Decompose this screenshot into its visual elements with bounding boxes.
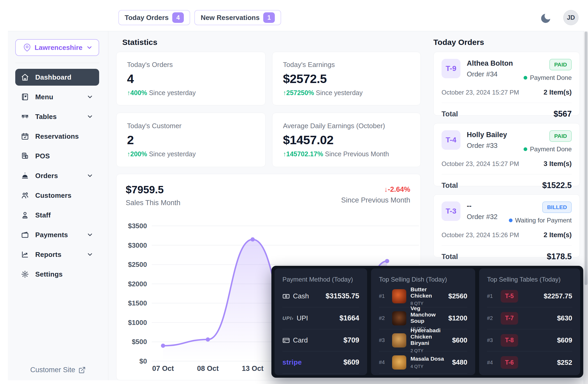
stat-delta-pct: 400% bbox=[130, 89, 147, 96]
upi-logo: UPI› bbox=[282, 315, 293, 321]
top-selling-dish-panel: Top Selling Dish (Today) #1 Butter Chick… bbox=[371, 268, 475, 375]
payment-status-dot bbox=[524, 147, 527, 151]
order-total-amount: $567 bbox=[554, 109, 572, 119]
dish-image bbox=[392, 355, 406, 370]
table-row: #1 T-5 $2257.75 bbox=[487, 285, 572, 307]
scrollbar-thumb[interactable] bbox=[585, 32, 587, 285]
payment-status-note: Waiting for Payment bbox=[515, 217, 572, 224]
payment-row: Card $709 bbox=[282, 329, 359, 351]
sidebar-divider bbox=[15, 63, 99, 63]
order-customer-name: Althea Bolton bbox=[467, 59, 513, 68]
status-badge: PAID bbox=[549, 59, 572, 70]
top-selling-dish-title: Top Selling Dish (Today) bbox=[379, 276, 467, 283]
arrow-up-icon: ↑ bbox=[127, 150, 130, 158]
sidebar-item-menu[interactable]: Menu bbox=[15, 89, 99, 105]
divider bbox=[442, 103, 572, 103]
order-card[interactable]: T-4 Holly Bailey Order #33 PAID Payment … bbox=[433, 123, 580, 186]
sales-delta-block: ↓-2.64% Since Previous Month bbox=[273, 185, 410, 204]
stripe-logo: stripe bbox=[282, 358, 302, 366]
payment-row: Cash $31535.75 bbox=[282, 285, 359, 307]
header-quick-buttons: Today Orders 4 New Reservations 1 bbox=[118, 10, 281, 25]
order-total-amount: $178.5 bbox=[547, 252, 572, 261]
chevron-down-icon bbox=[87, 231, 93, 238]
sidebar-item-reservations[interactable]: Reservations bbox=[15, 128, 99, 145]
order-number: Order #32 bbox=[467, 213, 498, 221]
stat-delta-note: Since Previous Month bbox=[325, 150, 389, 158]
sidebar-item-settings[interactable]: Settings bbox=[15, 266, 99, 283]
payment-status-note: Payment Done bbox=[530, 74, 572, 81]
payment-method-panel: Payment Method (Today) Cash $31535.75 UP… bbox=[275, 268, 367, 375]
payment-status-dot bbox=[524, 76, 527, 80]
sidebar-item-dashboard[interactable]: Dashboard bbox=[15, 69, 99, 86]
table-amount: $630 bbox=[557, 314, 572, 322]
stat-delta-pct: 257250% bbox=[286, 89, 314, 96]
sidebar-item-pos[interactable]: POS bbox=[15, 148, 99, 164]
payment-amount: $609 bbox=[343, 358, 359, 366]
sidebar-item-tables[interactable]: Tables bbox=[15, 108, 99, 125]
chevron-down-icon bbox=[87, 251, 93, 258]
dish-name: Veg Manchow Soup bbox=[410, 305, 444, 324]
table-badge: T-5 bbox=[501, 290, 518, 303]
svg-text:13 Oct: 13 Oct bbox=[242, 365, 264, 372]
payment-method-title: Payment Method (Today) bbox=[282, 276, 359, 283]
svg-text:$1500: $1500 bbox=[128, 299, 147, 307]
sidebar-item-customers[interactable]: Customers bbox=[15, 187, 99, 204]
stat-label: Today's Customer bbox=[127, 122, 255, 130]
order-card[interactable]: T-9 Althea Bolton Order #34 PAID Payment… bbox=[433, 52, 580, 116]
payment-method-name: Card bbox=[293, 336, 308, 344]
location-label: Lawrenceshire bbox=[31, 44, 86, 52]
today-orders-button[interactable]: Today Orders 4 bbox=[118, 10, 190, 25]
table-badge: T-7 bbox=[501, 312, 518, 325]
cash-icon bbox=[282, 293, 290, 300]
sidebar-item-staff[interactable]: Staff bbox=[15, 207, 99, 224]
map-pin-icon bbox=[23, 44, 31, 51]
order-item-count: 2 Item(s) bbox=[544, 88, 572, 96]
order-item-count: 3 Item(s) bbox=[544, 160, 572, 168]
stat-label: Today's Earnings bbox=[283, 61, 410, 69]
dish-amount: $2560 bbox=[448, 292, 467, 300]
order-table-badge: T-3 bbox=[442, 201, 460, 221]
table-rank: #1 bbox=[487, 293, 496, 299]
stat-delta-pct: 145702.17% bbox=[286, 150, 323, 158]
dish-name: Masala Dosa bbox=[410, 356, 444, 362]
table-badge: T-8 bbox=[501, 334, 518, 347]
sidebar-item-reports[interactable]: Reports bbox=[15, 246, 99, 263]
calendar-check-icon bbox=[21, 132, 29, 140]
scrollbar-track[interactable] bbox=[584, 31, 588, 384]
status-badge: PAID bbox=[549, 130, 572, 142]
dish-image bbox=[392, 333, 406, 347]
location-selector[interactable]: Lawrenceshire bbox=[15, 39, 99, 56]
svg-text:$2500: $2500 bbox=[128, 261, 147, 268]
stat-card-todays-earnings: Today's Earnings $2572.5 ↑257250% Since … bbox=[272, 52, 421, 105]
order-card[interactable]: T-3 -- Order #32 BILLED Waiting for Paym… bbox=[433, 194, 580, 257]
sales-month-value: $7959.5 bbox=[126, 184, 180, 196]
sidebar-item-label: Menu bbox=[35, 93, 53, 101]
new-reservations-button[interactable]: New Reservations 1 bbox=[194, 10, 281, 25]
dish-rank: #2 bbox=[379, 315, 388, 321]
customer-site-link[interactable]: Customer Site bbox=[8, 366, 108, 374]
sidebar-item-label: Payments bbox=[35, 231, 68, 239]
table-row: #3 T-8 $609 bbox=[487, 329, 572, 351]
order-customer-name: Holly Bailey bbox=[467, 131, 507, 139]
today-insights-overlay: Payment Method (Today) Cash $31535.75 UP… bbox=[271, 266, 583, 378]
payment-amount: $709 bbox=[343, 336, 359, 344]
svg-text:$3500: $3500 bbox=[128, 222, 147, 230]
customer-site-label: Customer Site bbox=[30, 366, 75, 374]
dark-mode-toggle[interactable] bbox=[540, 12, 553, 25]
table-rank: #2 bbox=[487, 315, 496, 321]
sidebar-item-label: Reports bbox=[35, 251, 62, 259]
stat-card-todays-customer: Today's Customer 2 ↑200% Since yesterday bbox=[116, 113, 266, 167]
new-reservations-count-badge: 1 bbox=[263, 12, 275, 23]
sidebar-item-orders[interactable]: Orders bbox=[15, 167, 99, 184]
table-amount: $2257.75 bbox=[544, 292, 572, 300]
dish-rank: #1 bbox=[379, 293, 388, 299]
table-amount: $609 bbox=[557, 336, 572, 344]
dish-rank: #3 bbox=[379, 337, 388, 343]
payment-row: UPI› UPI $1664 bbox=[282, 307, 359, 329]
avatar-initials: JD bbox=[567, 14, 575, 21]
sidebar-item-label: Dashboard bbox=[35, 73, 72, 81]
dish-name: Butter Chicken bbox=[410, 286, 444, 299]
sidebar-item-payments[interactable]: Payments bbox=[15, 226, 99, 243]
svg-text:$3000: $3000 bbox=[128, 241, 147, 249]
avatar[interactable]: JD bbox=[563, 10, 579, 25]
